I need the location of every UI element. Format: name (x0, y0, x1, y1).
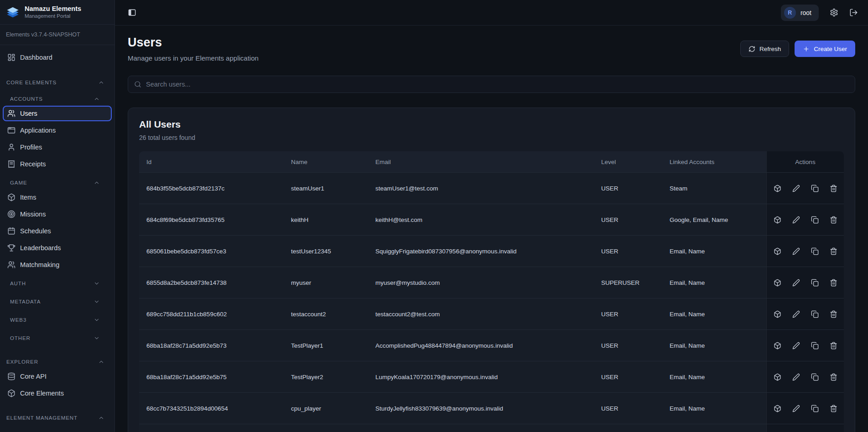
copy-user-id-button[interactable] (811, 247, 819, 255)
copy-user-id-button[interactable] (811, 342, 819, 350)
refresh-button[interactable]: Refresh (740, 41, 789, 57)
user-menu[interactable]: R root (781, 5, 819, 21)
cell-linked-accounts: Steam (662, 173, 766, 204)
logout-button[interactable] (849, 8, 858, 17)
create-user-label: Create User (814, 46, 847, 52)
trash-icon (830, 405, 837, 412)
table-row-partial (139, 424, 844, 432)
view-user-button[interactable] (774, 342, 781, 350)
cell-linked-accounts: Email, Name (662, 393, 766, 424)
copy-user-id-button[interactable] (811, 405, 819, 412)
view-user-button[interactable] (774, 216, 781, 224)
trash-icon (830, 216, 837, 224)
package-icon (774, 342, 781, 350)
version-label: Elements v3.7.4-SNAPSHOT (0, 25, 114, 45)
copy-user-id-button[interactable] (811, 216, 819, 224)
section-label: EXPLORER (6, 359, 38, 365)
cell-user-id: 68cc7b7343251b2894d00654 (139, 393, 284, 424)
view-user-button[interactable] (774, 279, 781, 287)
sidebar-item-applications[interactable]: Applications (3, 123, 112, 138)
view-user-button[interactable] (774, 405, 781, 412)
cell-actions (766, 236, 844, 267)
section-label: OTHER (10, 335, 31, 341)
edit-user-button[interactable] (792, 310, 800, 318)
section-auth[interactable]: AUTH (3, 278, 112, 289)
copy-user-id-button[interactable] (811, 279, 819, 287)
delete-user-button[interactable] (830, 373, 837, 381)
sidebar-item-leaderboards[interactable]: Leaderboards (3, 240, 112, 256)
sidebar-item-dashboard[interactable]: Dashboard (3, 50, 112, 65)
edit-user-button[interactable] (792, 342, 800, 350)
page-subtitle: Manage users in your Elements applicatio… (128, 54, 259, 62)
edit-user-button[interactable] (792, 247, 800, 255)
create-user-button[interactable]: Create User (795, 41, 855, 57)
sidebar-item-profiles[interactable]: Profiles (3, 139, 112, 155)
delete-user-button[interactable] (830, 279, 837, 287)
delete-user-button[interactable] (830, 405, 837, 412)
section-explorer[interactable]: EXPLORER (3, 356, 112, 367)
trash-icon (830, 185, 837, 192)
section-element-management[interactable]: ELEMENT MANAGEMENT (3, 412, 112, 423)
chevron-down-icon (94, 280, 100, 287)
section-game[interactable]: GAME (3, 177, 112, 188)
cell-user-name: testUser12345 (284, 236, 368, 267)
column-header-email: Email (368, 151, 594, 172)
section-web3[interactable]: WEB3 (3, 314, 112, 325)
table-row: 68ba18af28c71a5dd92e5b75 TestPlayer2 Lum… (139, 361, 844, 392)
delete-user-button[interactable] (830, 247, 837, 255)
section-other[interactable]: OTHER (3, 333, 112, 344)
cell-actions (766, 361, 844, 392)
sidebar-item-missions[interactable]: Missions (3, 206, 112, 222)
sidebar-item-core-api[interactable]: Core API (3, 369, 112, 384)
sidebar-item-core-elements[interactable]: Core Elements (3, 386, 112, 401)
cell-linked-accounts: Email, Name (662, 267, 766, 298)
section-accounts[interactable]: ACCOUNTS (3, 93, 112, 104)
cell-actions (766, 298, 844, 329)
delete-user-button[interactable] (830, 342, 837, 350)
view-user-button[interactable] (774, 185, 781, 192)
settings-button[interactable] (830, 8, 838, 17)
table-row: 684c8f69be5dcb873fd35765 keithH keithH@t… (139, 204, 844, 235)
sidebar-item-receipts[interactable]: Receipts (3, 156, 112, 172)
table-row: 68ba18af28c71a5dd92e5b73 TestPlayer1 Acc… (139, 329, 844, 361)
edit-user-button[interactable] (792, 216, 800, 224)
edit-user-button[interactable] (792, 405, 800, 412)
search-input[interactable] (146, 81, 849, 88)
cell-actions (766, 204, 844, 235)
column-header-linked-accounts: Linked Accounts (662, 151, 766, 172)
view-user-button[interactable] (774, 247, 781, 255)
delete-user-button[interactable] (830, 310, 837, 318)
view-user-button[interactable] (774, 373, 781, 381)
delete-user-button[interactable] (830, 185, 837, 192)
copy-user-id-button[interactable] (811, 310, 819, 318)
cell-user-name: cpu_player (284, 393, 368, 424)
delete-user-button[interactable] (830, 216, 837, 224)
sidebar-item-matchmaking[interactable]: Matchmaking (3, 257, 112, 273)
sidebar-item-items[interactable]: Items (3, 190, 112, 205)
section-core-elements[interactable]: CORE ELEMENTS (3, 77, 112, 88)
cell-user-level: USER (594, 361, 662, 392)
sidebar-toggle-button[interactable] (128, 8, 136, 17)
copy-user-id-button[interactable] (811, 185, 819, 192)
section-metadata[interactable]: METADATA (3, 296, 112, 307)
copy-user-id-button[interactable] (811, 373, 819, 381)
chevron-down-icon (94, 335, 100, 341)
package-icon (774, 310, 781, 318)
pencil-icon (792, 310, 800, 318)
view-user-button[interactable] (774, 310, 781, 318)
edit-user-button[interactable] (792, 185, 800, 192)
edit-user-button[interactable] (792, 373, 800, 381)
cell-actions (766, 173, 844, 204)
sidebar-item-label: Schedules (20, 227, 51, 235)
card-count: 26 total users found (139, 134, 844, 141)
search-icon (134, 81, 141, 88)
search-bar (128, 76, 855, 93)
section-label: METADATA (10, 299, 41, 304)
cell-user-email: keithH@test.com (368, 204, 594, 235)
sidebar-item-schedules[interactable]: Schedules (3, 223, 112, 239)
edit-user-button[interactable] (792, 279, 800, 287)
pencil-icon (792, 405, 800, 412)
cell-user-level: USER (594, 236, 662, 267)
cell-linked-accounts: Email, Name (662, 330, 766, 361)
sidebar-item-users[interactable]: Users (3, 106, 112, 121)
